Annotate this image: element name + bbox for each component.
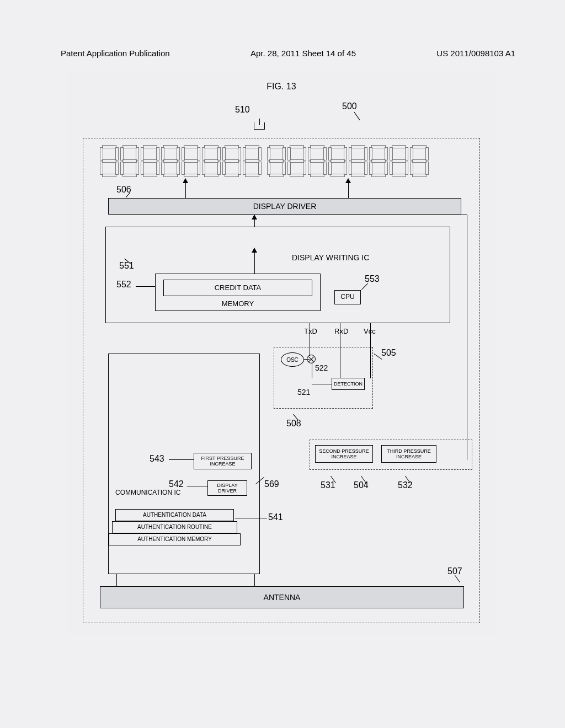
- digit: [267, 145, 286, 177]
- ref-505: 505: [381, 348, 396, 358]
- digit: [222, 145, 241, 177]
- arrow-up-icon: [252, 215, 257, 220]
- digit: [182, 145, 200, 177]
- display-writing-ic-label: DISPLAY WRITING IC: [292, 253, 369, 262]
- digit: [202, 145, 221, 177]
- ref-543: 543: [150, 454, 164, 464]
- digit-group-right: [267, 145, 429, 178]
- line: [304, 359, 310, 360]
- line: [312, 359, 312, 378]
- first-pressure-block: FIRST PRESSURE INCREASE: [194, 453, 252, 469]
- leader-541: [235, 518, 267, 518]
- auth-data-block: AUTHENTICATION DATA: [115, 509, 234, 521]
- leader-542: [187, 486, 207, 486]
- arrow-up-icon: [252, 248, 257, 253]
- second-pressure-block: SECOND PRESSURE INCREASE: [315, 445, 373, 463]
- detection-block: DETECTION: [332, 378, 365, 390]
- communication-ic-label: COMMUNICATION IC: [115, 489, 180, 496]
- ref-504: 504: [354, 480, 369, 490]
- page: Patent Application Publication Apr. 28, …: [0, 0, 565, 728]
- ref-522: 522: [315, 363, 328, 372]
- digit: [410, 145, 429, 177]
- digit: [349, 145, 367, 177]
- digit: [120, 145, 139, 177]
- memory-label: MEMORY: [222, 300, 254, 308]
- ref-551: 551: [119, 261, 134, 271]
- cpu-block: CPU: [334, 290, 361, 304]
- leader-500: [354, 112, 360, 120]
- header-right: US 2011/0098103 A1: [436, 49, 515, 58]
- arrow-up-icon: [183, 178, 188, 183]
- credit-data-block: CREDIT DATA: [163, 280, 312, 296]
- third-pressure-block: THIRD PRESSURE INCREASE: [381, 445, 436, 463]
- ref-508: 508: [286, 419, 301, 429]
- header-left: Patent Application Publication: [61, 49, 170, 58]
- digit: [243, 145, 262, 177]
- device-outline: 506 DISPLAY DRIVER DISPLAY CONTROLLER DI…: [83, 138, 480, 623]
- ref-510: 510: [235, 105, 250, 115]
- figure-title: FIG. 13: [66, 82, 497, 92]
- leader-510: [254, 119, 265, 130]
- ref-542: 542: [169, 479, 184, 489]
- display-row: [100, 145, 468, 178]
- leader-552: [136, 286, 155, 287]
- header-center: Apr. 28, 2011 Sheet 14 of 45: [250, 49, 356, 58]
- ref-500: 500: [342, 101, 357, 111]
- ref-541: 541: [268, 512, 283, 522]
- digit: [287, 145, 306, 177]
- ref-532: 532: [398, 480, 413, 490]
- line: [467, 215, 467, 460]
- osc-icon: OSC: [281, 352, 304, 367]
- ref-552: 552: [116, 280, 131, 290]
- digit: [308, 145, 327, 177]
- digit: [369, 145, 388, 177]
- txd-label: TxD: [304, 327, 317, 335]
- ref-521: 521: [297, 388, 310, 397]
- line: [254, 574, 255, 586]
- auth-routine-block: AUTHENTICATION ROUTINE: [112, 521, 237, 533]
- antenna-block: ANTENNA: [100, 586, 464, 608]
- digit: [161, 145, 180, 177]
- vcc-label: Vcc: [364, 327, 376, 335]
- line: [312, 384, 332, 384]
- arrow-up-icon: [345, 178, 351, 183]
- digit: [390, 145, 408, 177]
- line: [461, 215, 467, 215]
- ref-553: 553: [365, 274, 380, 284]
- rxd-label: RxD: [334, 327, 348, 335]
- display-driver-block: DISPLAY DRIVER: [108, 198, 461, 215]
- page-header: Patent Application Publication Apr. 28, …: [61, 49, 515, 58]
- ref-531: 531: [321, 480, 335, 490]
- display-driver-small-block: DISPLAY DRIVER: [207, 480, 247, 496]
- digit-group-left: [100, 145, 262, 178]
- digit: [100, 145, 119, 177]
- ref-569: 569: [264, 479, 279, 489]
- auth-memory-block: AUTHENTICATION MEMORY: [109, 533, 241, 545]
- digit: [141, 145, 159, 177]
- figure-area: FIG. 13 510 500: [66, 72, 497, 634]
- line: [116, 574, 117, 586]
- digit: [328, 145, 347, 177]
- leader-543: [169, 459, 194, 460]
